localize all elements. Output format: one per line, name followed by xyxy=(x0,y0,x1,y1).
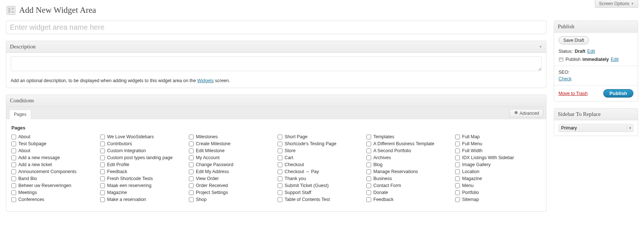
page-checkbox[interactable] xyxy=(366,183,371,188)
page-checkbox[interactable] xyxy=(11,135,16,139)
page-checkbox-item[interactable]: Contact Form xyxy=(366,183,452,188)
page-checkbox-item[interactable]: Thank you xyxy=(278,176,363,181)
screen-options-toggle[interactable]: Screen Options ▼ xyxy=(595,0,638,8)
page-checkbox[interactable] xyxy=(278,155,282,160)
page-checkbox-item[interactable]: Full Map xyxy=(455,134,541,139)
page-checkbox[interactable] xyxy=(366,169,371,174)
page-checkbox-item[interactable]: Donate xyxy=(366,190,452,195)
page-checkbox[interactable] xyxy=(11,162,16,167)
page-checkbox[interactable] xyxy=(100,190,105,195)
page-checkbox-item[interactable]: Fresh Shortcode Tests xyxy=(100,176,186,181)
page-checkbox[interactable] xyxy=(366,190,371,195)
page-checkbox-item[interactable]: Maak een reservering xyxy=(100,183,186,188)
page-checkbox-item[interactable]: Table of Contents Test xyxy=(278,197,363,202)
page-checkbox-item[interactable]: Edit Profile xyxy=(100,162,186,167)
page-checkbox-item[interactable]: Short Page xyxy=(278,134,363,139)
page-checkbox-item[interactable]: Feedback xyxy=(100,169,186,174)
page-checkbox-item[interactable]: Sitemap xyxy=(455,197,541,202)
page-checkbox-item[interactable]: Custom Integration xyxy=(100,148,186,153)
page-checkbox[interactable] xyxy=(278,142,282,146)
page-checkbox[interactable] xyxy=(189,197,194,202)
page-checkbox[interactable] xyxy=(455,176,460,181)
page-checkbox-item[interactable]: Blog xyxy=(366,162,452,167)
page-checkbox[interactable] xyxy=(100,135,105,139)
page-checkbox-item[interactable]: Project Settings xyxy=(189,190,275,195)
page-checkbox-item[interactable]: Conferences xyxy=(11,197,97,202)
page-checkbox[interactable] xyxy=(11,183,16,188)
page-checkbox-item[interactable]: Checkout → Pay xyxy=(278,169,363,174)
page-checkbox-item[interactable]: My Account xyxy=(189,155,275,160)
page-checkbox-item[interactable]: IDX Listings With Sidebar xyxy=(455,155,541,160)
description-textarea[interactable] xyxy=(11,56,542,71)
page-checkbox[interactable] xyxy=(11,149,16,153)
page-checkbox-item[interactable]: Full Menu xyxy=(455,141,541,146)
page-checkbox-item[interactable]: Add a new message xyxy=(11,155,97,160)
page-checkbox[interactable] xyxy=(455,169,460,174)
page-checkbox[interactable] xyxy=(189,176,194,181)
page-checkbox[interactable] xyxy=(100,183,105,188)
page-checkbox-item[interactable]: Shortcode's Testing Page xyxy=(278,141,363,146)
page-checkbox[interactable] xyxy=(278,190,282,195)
tab-pages[interactable]: Pages xyxy=(9,110,31,119)
page-checkbox[interactable] xyxy=(189,162,194,167)
page-checkbox[interactable] xyxy=(100,142,105,146)
page-checkbox-item[interactable]: Band Bio xyxy=(11,176,97,181)
page-checkbox[interactable] xyxy=(189,169,194,174)
page-checkbox[interactable] xyxy=(100,197,105,202)
page-checkbox-item[interactable]: Manage Reservations xyxy=(366,169,452,174)
page-checkbox[interactable] xyxy=(100,169,105,174)
page-checkbox[interactable] xyxy=(455,155,460,160)
page-checkbox-item[interactable]: Support Staff xyxy=(278,190,363,195)
seo-check-link[interactable]: Check xyxy=(559,76,571,81)
page-checkbox[interactable] xyxy=(455,142,460,146)
page-checkbox-item[interactable]: Menu xyxy=(455,183,541,188)
page-checkbox-item[interactable]: Portfolio xyxy=(455,190,541,195)
page-checkbox[interactable] xyxy=(455,183,460,188)
page-checkbox-item[interactable]: Checkout xyxy=(278,162,363,167)
page-checkbox[interactable] xyxy=(11,197,16,202)
page-checkbox-item[interactable]: Store xyxy=(278,148,363,153)
page-checkbox-item[interactable]: Change Password xyxy=(189,162,275,167)
page-checkbox-item[interactable]: Edit Milestone xyxy=(189,148,275,153)
page-checkbox[interactable] xyxy=(189,155,194,160)
page-checkbox[interactable] xyxy=(278,169,282,174)
page-checkbox-item[interactable]: We Love WooSidebars xyxy=(100,134,186,139)
page-checkbox[interactable] xyxy=(278,135,282,139)
page-checkbox[interactable] xyxy=(189,183,194,188)
page-checkbox[interactable] xyxy=(278,162,282,167)
move-to-trash-link[interactable]: Move to Trash xyxy=(559,91,588,96)
schedule-edit-link[interactable]: Edit xyxy=(611,57,619,62)
page-checkbox[interactable] xyxy=(11,142,16,146)
page-checkbox-item[interactable]: Beheer uw Reserveringen xyxy=(11,183,97,188)
page-checkbox[interactable] xyxy=(189,142,194,146)
page-checkbox-item[interactable]: Make a reservation xyxy=(100,197,186,202)
page-checkbox-item[interactable]: Add a new ticket xyxy=(11,162,97,167)
page-checkbox-item[interactable]: Business xyxy=(366,176,452,181)
page-checkbox-item[interactable]: Order Received xyxy=(189,183,275,188)
page-checkbox-item[interactable]: Contributors xyxy=(100,141,186,146)
page-checkbox[interactable] xyxy=(189,190,194,195)
page-checkbox-item[interactable]: A Second Portfolio xyxy=(366,148,452,153)
page-checkbox-item[interactable]: View Order xyxy=(189,176,275,181)
page-checkbox[interactable] xyxy=(366,176,371,181)
page-checkbox-item[interactable]: Location xyxy=(455,169,541,174)
page-checkbox[interactable] xyxy=(100,162,105,167)
page-checkbox[interactable] xyxy=(455,149,460,153)
page-checkbox[interactable] xyxy=(366,197,371,202)
page-checkbox-item[interactable]: Full Width xyxy=(455,148,541,153)
page-checkbox[interactable] xyxy=(100,149,105,153)
page-checkbox-item[interactable]: Announcement Components xyxy=(11,169,97,174)
page-checkbox-item[interactable]: Archives xyxy=(366,155,452,160)
page-checkbox-item[interactable]: A Different Business Template xyxy=(366,141,452,146)
page-checkbox-item[interactable]: Magazine xyxy=(455,176,541,181)
widgets-link[interactable]: Widgets xyxy=(197,78,214,83)
collapse-toggle-icon[interactable]: ▼ xyxy=(539,45,542,49)
page-checkbox-item[interactable]: About xyxy=(11,148,97,153)
publish-button[interactable]: Publish xyxy=(603,89,633,98)
page-checkbox[interactable] xyxy=(189,135,194,139)
page-checkbox[interactable] xyxy=(11,190,16,195)
page-checkbox[interactable] xyxy=(11,155,16,160)
save-draft-button[interactable]: Save Draft xyxy=(559,36,589,44)
page-checkbox[interactable] xyxy=(278,197,282,202)
page-checkbox-item[interactable]: Feedback xyxy=(366,197,452,202)
